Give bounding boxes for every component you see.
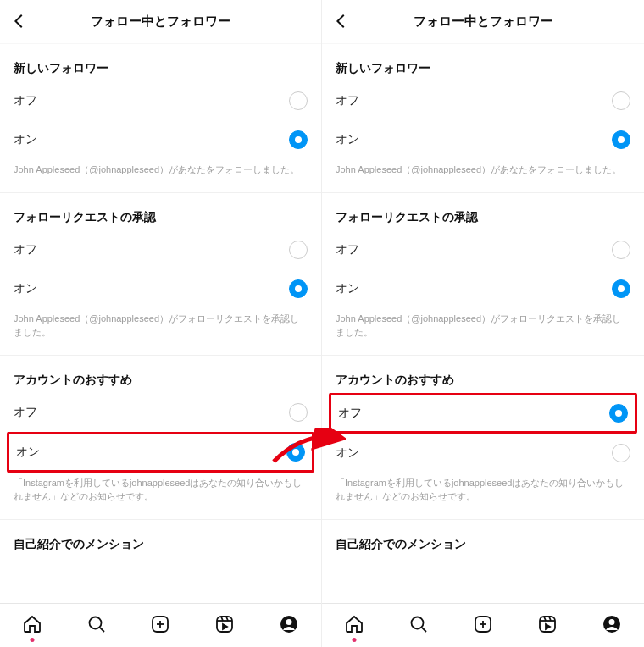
notification-dot-icon xyxy=(30,638,34,642)
radio-selected-icon xyxy=(286,443,305,462)
option-label: オフ xyxy=(14,242,37,257)
option-label: オン xyxy=(16,445,40,460)
hint-new-followers: John Appleseed（@johnappleseed）があなたをフォローし… xyxy=(322,159,644,193)
svg-point-10 xyxy=(286,619,292,625)
svg-line-1 xyxy=(100,628,104,632)
nav-home[interactable] xyxy=(21,615,43,637)
option-label: オフ xyxy=(338,406,362,421)
section-account-suggestions-title: アカウントのおすすめ xyxy=(0,356,321,393)
option-new-followers-on[interactable]: オン xyxy=(322,120,644,159)
pane-before: フォロー中とフォロワー 新しいフォロワー オフ オン John Applesee… xyxy=(0,0,322,647)
svg-rect-16 xyxy=(540,617,555,632)
profile-icon xyxy=(602,614,622,638)
option-label: オフ xyxy=(336,93,359,108)
option-follow-request-on[interactable]: オン xyxy=(322,269,644,308)
radio-icon xyxy=(289,403,308,422)
page-title: フォロー中とフォロワー xyxy=(322,14,644,30)
nav-home[interactable] xyxy=(343,615,365,637)
chevron-left-icon xyxy=(332,19,351,33)
radio-icon xyxy=(612,91,630,110)
nav-reels[interactable] xyxy=(536,615,558,637)
nav-profile[interactable] xyxy=(278,615,300,637)
nav-create[interactable] xyxy=(472,615,494,637)
highlight-box: オン xyxy=(7,432,314,473)
section-bio-mentions-title: 自己紹介でのメンション xyxy=(0,520,321,557)
svg-point-0 xyxy=(89,617,101,628)
option-account-suggestions-on[interactable]: オン xyxy=(9,434,312,470)
radio-selected-icon xyxy=(289,130,308,149)
section-account-suggestions-title: アカウントのおすすめ xyxy=(322,356,644,393)
home-icon xyxy=(22,614,42,638)
bottom-nav xyxy=(0,603,321,647)
radio-selected-icon xyxy=(612,279,630,298)
plus-square-icon xyxy=(473,614,493,638)
option-new-followers-off[interactable]: オフ xyxy=(0,81,321,120)
home-icon xyxy=(344,614,364,638)
section-follow-request-title: フォローリクエストの承認 xyxy=(0,193,321,230)
header: フォロー中とフォロワー xyxy=(0,0,321,44)
plus-square-icon xyxy=(150,614,170,638)
option-label: オン xyxy=(14,281,37,296)
radio-selected-icon xyxy=(612,130,630,149)
option-account-suggestions-off[interactable]: オフ xyxy=(0,393,321,432)
nav-reels[interactable] xyxy=(214,615,236,637)
option-label: オン xyxy=(336,445,359,461)
svg-line-12 xyxy=(422,628,426,632)
pane-after: フォロー中とフォロワー 新しいフォロワー オフ オン John Applesee… xyxy=(322,0,644,647)
option-new-followers-off[interactable]: オフ xyxy=(322,81,644,120)
option-new-followers-on[interactable]: オン xyxy=(0,120,321,159)
option-account-suggestions-on[interactable]: オン xyxy=(322,434,644,473)
svg-point-21 xyxy=(609,619,615,625)
svg-rect-5 xyxy=(217,617,232,632)
nav-create[interactable] xyxy=(149,615,171,637)
nav-profile[interactable] xyxy=(601,615,623,637)
hint-account-suggestions: 「Instagramを利用しているjohnappleseedはあなたの知り合いか… xyxy=(322,473,644,520)
option-label: オフ xyxy=(14,93,37,108)
radio-selected-icon xyxy=(609,404,628,423)
radio-icon xyxy=(612,241,630,259)
option-label: オン xyxy=(336,132,359,147)
radio-icon xyxy=(289,241,308,259)
highlight-box: オフ xyxy=(329,393,637,434)
header: フォロー中とフォロワー xyxy=(322,0,644,44)
bottom-nav xyxy=(322,603,644,647)
option-label: オン xyxy=(14,132,37,147)
back-button[interactable] xyxy=(332,12,351,34)
radio-icon xyxy=(289,91,308,110)
hint-new-followers: John Appleseed（@johnappleseed）があなたをフォローし… xyxy=(0,159,321,193)
hint-account-suggestions: 「Instagramを利用しているjohnappleseedはあなたの知り合いか… xyxy=(0,473,321,520)
section-new-followers-title: 新しいフォロワー xyxy=(322,44,644,81)
section-bio-mentions-title: 自己紹介でのメンション xyxy=(322,520,644,557)
svg-point-11 xyxy=(412,617,424,628)
nav-search[interactable] xyxy=(86,615,108,637)
option-follow-request-off[interactable]: オフ xyxy=(0,230,321,269)
radio-icon xyxy=(612,444,630,462)
settings-content: 新しいフォロワー オフ オン John Appleseed（@johnapple… xyxy=(0,44,321,603)
notification-dot-icon xyxy=(353,638,357,642)
search-icon xyxy=(408,614,429,638)
chevron-left-icon xyxy=(10,19,29,33)
option-follow-request-off[interactable]: オフ xyxy=(322,230,644,269)
reels-icon xyxy=(537,614,558,638)
option-label: オフ xyxy=(14,405,37,420)
section-new-followers-title: 新しいフォロワー xyxy=(0,44,321,81)
option-account-suggestions-off[interactable]: オフ xyxy=(331,395,635,431)
profile-icon xyxy=(279,614,299,638)
back-button[interactable] xyxy=(10,12,29,34)
section-follow-request-title: フォローリクエストの承認 xyxy=(322,193,644,230)
option-label: オン xyxy=(336,281,359,296)
hint-follow-request: John Appleseed（@johnappleseed）がフォローリクエスト… xyxy=(0,308,321,356)
option-follow-request-on[interactable]: オン xyxy=(0,269,321,308)
option-label: オフ xyxy=(336,242,359,257)
settings-content: 新しいフォロワー オフ オン John Appleseed（@johnapple… xyxy=(322,44,644,603)
nav-search[interactable] xyxy=(408,615,430,637)
search-icon xyxy=(86,614,107,638)
reels-icon xyxy=(214,614,235,638)
hint-follow-request: John Appleseed（@johnappleseed）がフォローリクエスト… xyxy=(322,308,644,356)
radio-selected-icon xyxy=(289,279,308,298)
page-title: フォロー中とフォロワー xyxy=(0,14,321,30)
